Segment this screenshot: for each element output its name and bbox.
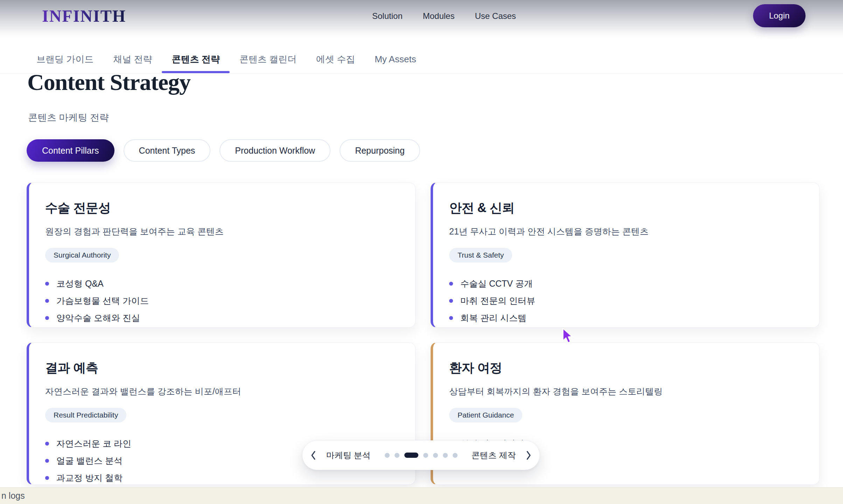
chevron-right-icon[interactable] xyxy=(526,450,531,460)
card-title: 결과 예측 xyxy=(45,359,398,377)
progress-dot-active[interactable] xyxy=(404,453,418,458)
list-item: 회복 관리 시스템 xyxy=(449,309,802,327)
section-pager: 마케팅 분석 콘텐츠 제작 xyxy=(302,440,540,470)
list-item: 과교정 방지 철학 xyxy=(45,469,398,486)
filter-repurposing[interactable]: Repurposing xyxy=(340,139,420,162)
progress-dot[interactable] xyxy=(433,453,438,458)
progress-dot[interactable] xyxy=(453,453,458,458)
app-viewport: INFINITH Solution Modules Use Cases Logi… xyxy=(0,0,843,504)
bullet-dot-icon xyxy=(449,282,453,286)
list-item: 수술실 CCTV 공개 xyxy=(449,275,802,292)
nav-link-use-cases[interactable]: Use Cases xyxy=(475,10,516,22)
site-header: INFINITH Solution Modules Use Cases Logi… xyxy=(0,0,843,38)
card-badge: Surgical Authority xyxy=(45,248,119,262)
bullet-dot-icon xyxy=(449,316,453,320)
chevron-left-icon[interactable] xyxy=(311,450,316,460)
list-item-label: 가슴보형물 선택 가이드 xyxy=(56,295,149,307)
list-item-label: 양악수술 오해와 진실 xyxy=(56,312,140,324)
page-subtitle: 콘텐츠 마케팅 전략 xyxy=(28,111,109,124)
top-nav: Solution Modules Use Cases xyxy=(372,10,516,22)
bullet-dot-icon xyxy=(45,442,49,446)
tab-asset-collection[interactable]: 에셋 수집 xyxy=(316,46,355,73)
card-description: 21년 무사고 이력과 안전 시스템을 증명하는 콘텐츠 xyxy=(449,226,802,237)
brand-logo: INFINITH xyxy=(42,6,126,26)
bullet-dot-icon xyxy=(45,459,49,463)
pillar-card-surgical-authority: 수술 전문성 원장의 경험과 판단력을 보여주는 교육 콘텐츠 Surgical… xyxy=(27,182,416,328)
pillar-card-trust-safety: 안전 & 신뢰 21년 무사고 이력과 안전 시스템을 증명하는 콘텐츠 Tru… xyxy=(431,182,820,328)
login-button[interactable]: Login xyxy=(753,4,806,27)
logs-label[interactable]: n logs xyxy=(1,491,25,501)
list-item-label: 얼굴 밸런스 분석 xyxy=(56,455,123,467)
tab-content-calendar[interactable]: 콘텐츠 캘린더 xyxy=(239,46,297,73)
card-title: 환자 여정 xyxy=(449,359,802,377)
card-description: 자연스러운 결과와 밸런스를 강조하는 비포/애프터 xyxy=(45,386,398,397)
nav-link-solution[interactable]: Solution xyxy=(372,10,403,22)
filter-content-pillars[interactable]: Content Pillars xyxy=(27,139,114,162)
list-item-label: 자연스러운 코 라인 xyxy=(56,438,131,449)
logs-strip: n logs xyxy=(0,487,843,504)
list-item: 양악수술 오해와 진실 xyxy=(45,309,398,327)
bullet-dot-icon xyxy=(449,299,453,303)
pager-next-label[interactable]: 콘텐츠 제작 xyxy=(472,450,516,461)
filter-production-workflow[interactable]: Production Workflow xyxy=(220,139,330,162)
card-title: 안전 & 신뢰 xyxy=(449,200,802,217)
pillar-cards-grid: 수술 전문성 원장의 경험과 판단력을 보여주는 교육 콘텐츠 Surgical… xyxy=(27,182,820,485)
card-badge: Result Predictability xyxy=(45,408,126,422)
bullet-dot-icon xyxy=(45,299,49,303)
list-item-label: 수술실 CCTV 공개 xyxy=(460,278,533,289)
card-badge: Patient Guidance xyxy=(449,408,522,422)
filter-pills: Content Pillars Content Types Production… xyxy=(27,139,420,162)
nav-link-modules[interactable]: Modules xyxy=(423,10,455,22)
card-description: 원장의 경험과 판단력을 보여주는 교육 콘텐츠 xyxy=(45,226,398,237)
progress-dots xyxy=(385,453,458,458)
filter-content-types[interactable]: Content Types xyxy=(124,139,211,162)
list-item-label: 회복 관리 시스템 xyxy=(460,312,527,324)
card-badge: Trust & Safety xyxy=(449,248,512,262)
progress-dot[interactable] xyxy=(385,453,390,458)
list-item: 마취 전문의 인터뷰 xyxy=(449,292,802,309)
list-item: 코성형 Q&A xyxy=(45,275,398,292)
list-item-label: 코성형 Q&A xyxy=(56,278,104,289)
card-title: 수술 전문성 xyxy=(45,200,398,217)
progress-dot[interactable] xyxy=(423,453,428,458)
bullet-dot-icon xyxy=(45,316,49,320)
card-description: 상담부터 회복까지의 환자 경험을 보여주는 스토리텔링 xyxy=(449,386,802,397)
progress-dot[interactable] xyxy=(443,453,448,458)
list-item-label: 과교정 방지 철학 xyxy=(56,472,123,484)
bullet-dot-icon xyxy=(45,476,49,480)
page-title: Content Strategy xyxy=(27,70,190,94)
card-topic-list: 코성형 Q&A 가슴보형물 선택 가이드 양악수술 오해와 진실 xyxy=(45,275,398,327)
pager-prev-label[interactable]: 마케팅 분석 xyxy=(326,450,371,461)
tab-my-assets[interactable]: My Assets xyxy=(375,46,416,73)
bullet-dot-icon xyxy=(45,282,49,286)
progress-dot[interactable] xyxy=(395,453,399,458)
list-item-label: 마취 전문의 인터뷰 xyxy=(460,295,535,307)
card-topic-list: 수술실 CCTV 공개 마취 전문의 인터뷰 회복 관리 시스템 xyxy=(449,275,802,327)
list-item: 가슴보형물 선택 가이드 xyxy=(45,292,398,309)
